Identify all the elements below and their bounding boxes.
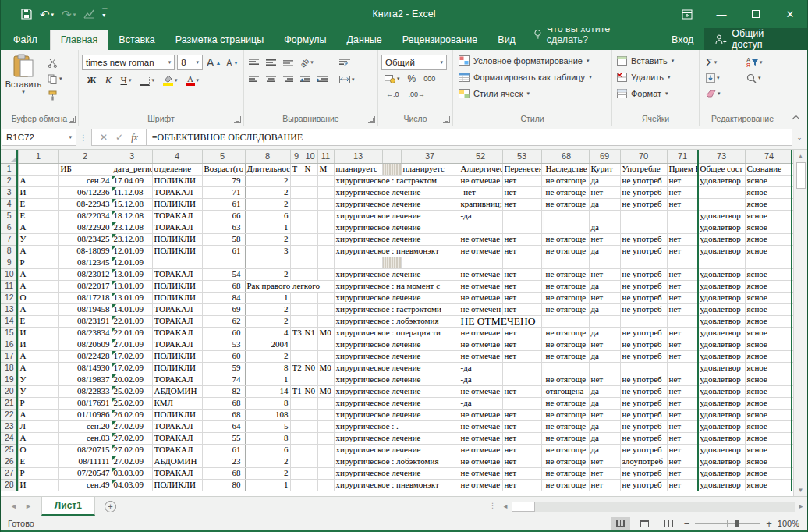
- cell[interactable]: нет: [502, 467, 541, 479]
- cell[interactable]: 6: [245, 210, 290, 222]
- cell[interactable]: не употреб: [620, 409, 667, 420]
- cell[interactable]: 26.02.09: [112, 409, 152, 420]
- cell[interactable]: 2: [245, 186, 290, 198]
- cell[interactable]: удовлетвор: [698, 339, 745, 350]
- cell[interactable]: М: [317, 163, 334, 175]
- cell[interactable]: ТОРАКАЛ: [152, 186, 202, 198]
- cell[interactable]: не отягоще: [544, 292, 589, 303]
- cell[interactable]: ИБ: [58, 163, 112, 175]
- cell[interactable]: нет: [589, 467, 620, 479]
- cell[interactable]: ПОЛИКЛИ: [152, 350, 202, 362]
- cell[interactable]: 61: [202, 444, 243, 456]
- cell[interactable]: 25.02.09: [112, 385, 152, 397]
- cell[interactable]: нет: [502, 456, 541, 467]
- cell[interactable]: [317, 303, 334, 315]
- share-button[interactable]: Общий доступ: [704, 28, 807, 50]
- cell[interactable]: ясное: [745, 245, 793, 257]
- cell[interactable]: нет: [667, 339, 698, 350]
- cell[interactable]: не отягоще: [544, 303, 589, 315]
- cell[interactable]: 27.02.09: [112, 456, 152, 467]
- font-size-combo[interactable]: 8▾: [177, 55, 203, 70]
- cell[interactable]: удовлетвор: [698, 303, 745, 315]
- cell[interactable]: хирургическое : пневмонэкт: [334, 479, 459, 491]
- cell[interactable]: ПОЛИКЛИ: [152, 280, 202, 292]
- row-header[interactable]: 2: [1, 175, 18, 186]
- cell[interactable]: Л: [18, 420, 58, 432]
- cell[interactable]: ПОЛИКЛИ: [152, 198, 202, 210]
- bold-button[interactable]: Ж: [85, 73, 98, 87]
- column-header[interactable]: 73: [698, 150, 745, 163]
- cell[interactable]: 08/14930: [58, 362, 112, 374]
- alignment-dialog-launcher[interactable]: [368, 116, 375, 123]
- cell[interactable]: [667, 257, 698, 268]
- cell[interactable]: [544, 362, 589, 374]
- row-header[interactable]: 7: [1, 233, 18, 245]
- cell[interactable]: [290, 268, 303, 280]
- cell[interactable]: 13.01.09: [112, 280, 152, 292]
- cell[interactable]: ясное: [745, 292, 793, 303]
- name-box[interactable]: R1C72▾: [2, 129, 76, 146]
- cell[interactable]: не употреб: [620, 432, 667, 444]
- cell[interactable]: крапивниц;: [459, 198, 502, 210]
- cell[interactable]: отделение: [152, 163, 202, 175]
- cell[interactable]: нет: [667, 397, 698, 409]
- cell[interactable]: не употреб: [620, 339, 667, 350]
- sign-in-button[interactable]: Вход: [661, 30, 704, 50]
- tab-insert[interactable]: Вставка: [108, 30, 165, 50]
- cell[interactable]: хирургическое лечение: [334, 444, 459, 456]
- cell[interactable]: [317, 432, 334, 444]
- cell[interactable]: -да: [459, 362, 502, 374]
- borders-button[interactable]: ▾: [138, 73, 156, 87]
- cell[interactable]: не отмечае: [459, 280, 502, 292]
- cell[interactable]: ясное: [745, 362, 793, 374]
- cell[interactable]: удовлетвор: [698, 210, 745, 222]
- next-sheet-icon[interactable]: ►: [25, 502, 32, 510]
- cell[interactable]: нет: [667, 233, 698, 245]
- cell[interactable]: не употреб: [620, 175, 667, 186]
- cell[interactable]: 17.02.09: [112, 362, 152, 374]
- clear-button[interactable]: ▾: [704, 87, 739, 101]
- cell[interactable]: нет: [502, 303, 541, 315]
- column-header[interactable]: 37: [401, 150, 459, 163]
- cell[interactable]: [303, 268, 317, 280]
- cell[interactable]: 22.01.09: [112, 327, 152, 339]
- cell[interactable]: 23.12.08: [112, 222, 152, 233]
- cell[interactable]: да: [589, 444, 620, 456]
- cell[interactable]: 08/19458: [58, 303, 112, 315]
- cell[interactable]: Наследстве: [544, 163, 589, 175]
- cell[interactable]: 15.12.08: [112, 198, 152, 210]
- tab-formulas[interactable]: Формулы: [274, 30, 336, 50]
- cell[interactable]: [290, 175, 303, 186]
- italic-button[interactable]: К: [104, 73, 114, 87]
- cell[interactable]: У: [18, 374, 58, 385]
- cell[interactable]: ясное: [745, 210, 793, 222]
- cell[interactable]: нет: [667, 456, 698, 467]
- scroll-down-icon[interactable]: ▼: [794, 484, 807, 496]
- cell[interactable]: [334, 257, 382, 268]
- cell[interactable]: да: [589, 280, 620, 292]
- cell[interactable]: отягощена: [544, 385, 589, 397]
- cell[interactable]: [317, 186, 334, 198]
- cell[interactable]: [303, 198, 317, 210]
- cell[interactable]: 08/20715: [58, 444, 112, 456]
- tab-view[interactable]: Вид: [487, 30, 526, 50]
- row-header[interactable]: 27: [1, 467, 18, 479]
- vertical-scroll-thumb[interactable]: [796, 162, 806, 189]
- cell[interactable]: 8: [245, 362, 290, 374]
- cell[interactable]: НЕ ОТМЕЧЕНО: [459, 315, 541, 327]
- redo-button[interactable]: ↷▾: [62, 9, 76, 20]
- font-color-button[interactable]: А▾: [185, 73, 201, 87]
- cell[interactable]: не отягоще: [544, 467, 589, 479]
- cell[interactable]: не отмечае: [459, 268, 502, 280]
- formula-input[interactable]: =ОБЪЕКТИВНОЕ ОБСЛЕДОВАНИЕ: [147, 129, 792, 146]
- cell[interactable]: удовлетвор: [698, 327, 745, 339]
- orientation-button[interactable]: ab▾: [299, 55, 315, 69]
- cell[interactable]: [317, 315, 334, 327]
- cell[interactable]: КМЛ: [152, 397, 202, 409]
- cell[interactable]: 18.12.08: [112, 210, 152, 222]
- cell[interactable]: 08/22833: [58, 385, 112, 397]
- cell[interactable]: ТОРАКАЛ: [152, 222, 202, 233]
- format-painter-button[interactable]: [46, 88, 64, 102]
- cell[interactable]: [290, 245, 303, 257]
- cell[interactable]: 08-18099: [58, 245, 112, 257]
